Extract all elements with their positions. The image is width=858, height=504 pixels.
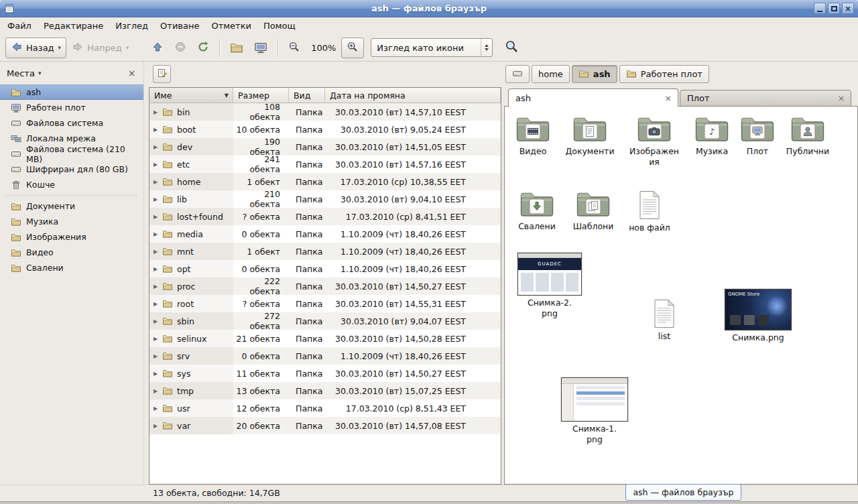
computer-button[interactable]	[249, 38, 273, 58]
path-button[interactable]: ash	[572, 65, 617, 83]
zoom-in-button[interactable]	[341, 38, 364, 58]
up-button[interactable]	[146, 38, 169, 58]
back-history-arrow-icon[interactable]: ▾	[58, 44, 62, 51]
expander-icon[interactable]: ▶	[154, 336, 162, 342]
file-row[interactable]: ▶bin108 обектаПапка30.03.2010 (вт) 14,57…	[149, 103, 501, 121]
file-row[interactable]: ▶selinux21 обектаПапка30.03.2010 (вт) 14…	[149, 330, 501, 347]
file-row[interactable]: ▶srv0 обектаПапка1.10.2009 (чт) 18,40,26…	[149, 347, 501, 365]
expander-icon[interactable]: ▶	[154, 249, 162, 255]
menu-item[interactable]: Отиване	[154, 19, 205, 33]
search-button[interactable]	[499, 38, 524, 58]
menu-item[interactable]: Отметки	[205, 19, 257, 33]
sidebar-item[interactable]: Изображения	[0, 229, 143, 245]
expander-icon[interactable]: ▶	[154, 162, 162, 168]
sidebar-item[interactable]: Работен плот	[0, 100, 143, 115]
sidebar-item[interactable]: Кошче	[0, 177, 143, 192]
expander-icon[interactable]: ▶	[154, 231, 162, 237]
file-row[interactable]: ▶usr12 обектаПапка17.03.2010 (ср) 8,51,4…	[149, 399, 501, 417]
expander-icon[interactable]: ▶	[154, 423, 162, 429]
expander-icon[interactable]: ▶	[154, 179, 162, 185]
sidebar-title[interactable]: Места	[7, 68, 35, 78]
path-button[interactable]: home	[532, 65, 570, 83]
menu-item[interactable]: Помощ	[257, 19, 302, 33]
icon-view-item[interactable]: list	[639, 298, 690, 342]
file-row[interactable]: ▶var20 обектаПапка30.03.2010 (вт) 14,57,…	[149, 417, 501, 434]
sidebar-title-caret-icon[interactable]: ▾	[38, 70, 42, 76]
sidebar-item[interactable]: Файлова система (210 MB)	[0, 146, 143, 162]
file-row[interactable]: ▶dev190 обектаПапка30.03.2010 (вт) 14,51…	[149, 138, 501, 155]
icon-view-item[interactable]: нов файл	[624, 190, 675, 233]
sidebar-item[interactable]: Файлова система	[0, 115, 143, 131]
combo-spinner-icon[interactable]	[481, 39, 492, 56]
sidebar-close-icon[interactable]: ×	[125, 67, 138, 80]
column-header[interactable]: Дата на промяна	[325, 88, 501, 103]
path-button[interactable]: Работен плот	[619, 65, 709, 83]
zoom-out-button[interactable]	[283, 38, 306, 58]
back-button[interactable]: Назад ▾	[5, 38, 66, 58]
tab[interactable]: Плот×	[680, 90, 851, 107]
file-row[interactable]: ▶boot10 обектаПапка30.03.2010 (вт) 9,05,…	[149, 121, 501, 138]
expander-icon[interactable]: ▶	[154, 353, 162, 359]
icon-view-item[interactable]: Публични	[781, 113, 835, 157]
icon-view-item[interactable]: GNOME StoreСнимка.png	[723, 289, 793, 343]
icon-view-item[interactable]: Шаблони	[568, 188, 619, 232]
icon-view-item[interactable]: Изображен ия	[624, 113, 684, 167]
file-row[interactable]: ▶proc222 обектаПапка30.03.2010 (вт) 14,5…	[149, 277, 501, 295]
location-bar-toggle-button[interactable]	[153, 65, 171, 83]
menu-item[interactable]: Редактиране	[38, 19, 109, 33]
forward-button[interactable]: Напред ▾	[66, 38, 134, 58]
taskbar-window-button[interactable]: ash — файлов браузър	[625, 484, 741, 501]
tab-close-icon[interactable]: ×	[836, 93, 847, 103]
expander-icon[interactable]: ▶	[154, 266, 162, 272]
expander-icon[interactable]: ▶	[154, 405, 162, 412]
expander-icon[interactable]: ▶	[154, 301, 162, 307]
expander-icon[interactable]: ▶	[154, 284, 162, 290]
pathbar-root-button[interactable]	[505, 65, 530, 83]
icon-view-item[interactable]: Плот	[738, 113, 777, 157]
maximize-button[interactable]	[828, 3, 840, 14]
expander-icon[interactable]: ▶	[154, 371, 162, 377]
stop-button[interactable]	[169, 38, 192, 58]
file-row[interactable]: ▶root? обектаПапка30.03.2010 (вт) 14,55,…	[149, 295, 501, 312]
menu-item[interactable]: Изглед	[109, 19, 154, 33]
home-button[interactable]	[225, 38, 249, 58]
column-header[interactable]: Вид	[289, 88, 325, 103]
sidebar-item[interactable]: Документи	[0, 198, 143, 214]
icon-view-item[interactable]: Видео	[509, 113, 557, 157]
reload-button[interactable]	[192, 38, 214, 58]
menu-item[interactable]: Файл	[1, 19, 38, 33]
file-row[interactable]: ▶home1 обектПапка17.03.2010 (ср) 10,38,5…	[149, 173, 501, 190]
expander-icon[interactable]: ▶	[154, 388, 162, 394]
file-row[interactable]: ▶sys11 обектаПапка30.03.2010 (вт) 14,50,…	[149, 365, 501, 382]
expander-icon[interactable]: ▶	[154, 318, 162, 324]
file-row[interactable]: ▶media0 обектаПапка1.10.2009 (чт) 18,40,…	[149, 225, 501, 243]
expander-icon[interactable]: ▶	[154, 127, 162, 133]
file-row[interactable]: ▶etc241 обектаПапка30.03.2010 (вт) 14,57…	[149, 155, 501, 173]
tab[interactable]: ash×	[508, 88, 678, 107]
sidebar-item[interactable]: Шифриран дял (80 GB)	[0, 162, 143, 177]
file-row[interactable]: ▶lib210 обектаПапка30.03.2010 (вт) 9,04,…	[149, 190, 501, 208]
tab-close-icon[interactable]: ×	[663, 93, 674, 103]
icon-view-item[interactable]: GUADECСнимка-2. png	[515, 253, 584, 318]
file-row[interactable]: ▶mnt1 обектПапка1.10.2009 (чт) 18,40,26 …	[149, 243, 501, 260]
expander-icon[interactable]: ▶	[154, 196, 162, 202]
forward-history-arrow-icon[interactable]: ▾	[126, 44, 129, 51]
sidebar-item[interactable]: Музика	[0, 214, 143, 229]
file-row[interactable]: ▶tmp13 обектаПапка30.03.2010 (вт) 15,07,…	[149, 382, 501, 399]
sidebar-item[interactable]: Видео	[0, 245, 143, 260]
sidebar-item[interactable]: ash	[0, 84, 143, 100]
sidebar-item[interactable]: Свалени	[0, 260, 143, 275]
view-mode-select[interactable]: Изглед като икони	[371, 38, 493, 57]
column-header[interactable]: Име▼	[149, 88, 233, 103]
titlebar[interactable]: ash — файлов браузър ×	[0, 0, 858, 17]
icon-view-item[interactable]: Снимка-1. png	[560, 377, 629, 444]
icon-view-item[interactable]: Свалени	[513, 188, 561, 232]
icon-view-item[interactable]: Документи	[561, 113, 619, 157]
file-row[interactable]: ▶sbin272 обектаПапка30.03.2010 (вт) 9,04…	[149, 312, 501, 330]
icon-view-item[interactable]: ♪Музика	[690, 113, 734, 157]
expander-icon[interactable]: ▶	[154, 214, 162, 220]
file-row[interactable]: ▶lost+found? обектаПапка17.03.2010 (ср) …	[149, 208, 501, 225]
file-row[interactable]: ▶opt0 обектаПапка1.10.2009 (чт) 18,40,26…	[149, 260, 501, 277]
expander-icon[interactable]: ▶	[154, 144, 162, 150]
expander-icon[interactable]: ▶	[154, 109, 162, 115]
